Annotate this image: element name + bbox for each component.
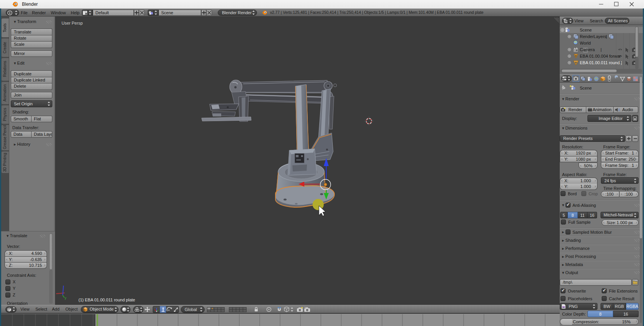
svg-text:y: y: [65, 296, 67, 300]
